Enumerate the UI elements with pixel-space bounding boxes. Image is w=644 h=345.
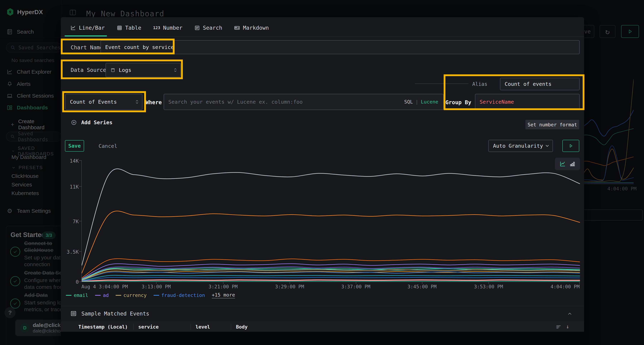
alias-label: Alias xyxy=(472,81,487,87)
y-tick-label: 7K xyxy=(62,219,79,225)
sample-events-title: Sample Matched Events xyxy=(82,311,149,317)
tab-label: Number xyxy=(163,25,182,31)
x-tick-label: 3:53:00 PM xyxy=(474,284,503,289)
y-tick-label: 14K xyxy=(62,158,79,164)
legend-swatch xyxy=(154,295,159,296)
tab-label: Search xyxy=(203,25,222,31)
chart-type-tabs: Line/Bar Table 123 Number Search xyxy=(70,25,269,31)
number-123-icon: 123 xyxy=(153,25,160,30)
data-source-select[interactable]: Logs xyxy=(106,63,181,77)
sample-events-header[interactable]: Sample Matched Events xyxy=(70,310,149,317)
page-root: HyperDX Search Saved Searches No saved s… xyxy=(0,0,644,345)
play-icon xyxy=(568,143,574,149)
legend-label: fraud-detection xyxy=(161,293,205,298)
markdown-icon xyxy=(234,25,240,31)
main-chart-lines xyxy=(82,160,580,282)
chevron-up-icon xyxy=(567,311,572,317)
column-header-service: service xyxy=(138,324,159,330)
chevron-down-icon xyxy=(545,143,550,148)
where-input-wrap: SQL | Lucene xyxy=(164,94,444,110)
legend-swatch xyxy=(66,295,72,296)
column-header-level: level xyxy=(196,324,210,330)
lucene-toggle[interactable]: Lucene xyxy=(421,99,438,105)
chart-name-input[interactable] xyxy=(100,40,580,54)
tab-search[interactable]: Search xyxy=(194,25,222,31)
y-tick-label: 11K xyxy=(62,184,79,190)
data-source-value: Logs xyxy=(119,67,131,73)
chart-legend: email ad currency fraud-detection +15 mo… xyxy=(66,292,235,298)
collapse-section-button[interactable] xyxy=(567,311,572,317)
legend-item-fraud-detection[interactable]: fraud-detection xyxy=(154,293,205,298)
y-tick-label: 3.5K xyxy=(62,249,79,255)
download-icon[interactable]: ↓ xyxy=(566,323,569,330)
bar-chart-toggle-icon[interactable] xyxy=(570,161,576,167)
tab-label: Markdown xyxy=(243,25,269,31)
toggle-divider: | xyxy=(416,99,418,105)
query-language-toggle: SQL | Lucene xyxy=(404,99,438,105)
legend-label: currency xyxy=(124,293,147,298)
main-chart-plot xyxy=(82,160,580,282)
tab-table[interactable]: Table xyxy=(117,25,141,31)
legend-item-ad[interactable]: ad xyxy=(95,293,109,298)
group-by-input[interactable]: ServiceName xyxy=(475,94,580,110)
legend-swatch xyxy=(116,295,121,296)
where-search-input[interactable] xyxy=(164,94,444,110)
column-header-body: Body xyxy=(236,324,248,330)
aggregation-value: Count of Events xyxy=(70,99,117,105)
edit-chart-modal: Line/Bar Table 123 Number Search xyxy=(61,17,584,345)
y-tick-label: 0 xyxy=(62,279,79,285)
set-number-format-button[interactable]: Set number format xyxy=(526,120,579,129)
legend-item-email[interactable]: email xyxy=(66,293,88,298)
set-number-format-label: Set number format xyxy=(528,122,577,127)
x-tick-label: Aug 4 3:04:00 PM xyxy=(82,284,128,289)
search-doc-icon xyxy=(194,25,200,31)
x-tick-label: 3:29:00 PM xyxy=(275,284,304,289)
legend-swatch xyxy=(95,295,101,296)
events-table-body xyxy=(61,332,584,345)
database-icon xyxy=(110,67,116,73)
aggregation-select[interactable]: Count of Events xyxy=(65,94,142,110)
save-label: Save xyxy=(68,143,81,149)
legend-label: ad xyxy=(103,293,109,298)
tabs-bottom-border xyxy=(61,36,584,37)
x-tick-label: 3:45:00 PM xyxy=(408,284,437,289)
select-chevrons-icon xyxy=(173,67,178,73)
alias-value: Count of events xyxy=(505,81,552,87)
legend-show-more-link[interactable]: +15 more xyxy=(212,292,235,298)
table-icon xyxy=(117,25,122,31)
cancel-button[interactable]: Cancel xyxy=(98,143,117,149)
run-query-button[interactable] xyxy=(562,140,579,152)
legend-item-currency[interactable]: currency xyxy=(116,293,147,298)
tab-line-bar[interactable]: Line/Bar xyxy=(70,25,105,31)
chart-display-toggle xyxy=(555,158,580,170)
granularity-select[interactable]: Auto Granularity xyxy=(488,140,553,152)
alias-input[interactable]: Count of events xyxy=(500,78,580,90)
events-table-header: Timestamp (Local) service level Body ↓ xyxy=(61,322,584,332)
column-settings-icon[interactable] xyxy=(556,324,561,330)
event-list-icon xyxy=(70,310,77,317)
chart-name-label: Chart Name xyxy=(71,44,103,50)
line-chart-icon xyxy=(70,25,76,31)
select-chevrons-icon xyxy=(135,99,139,105)
column-header-timestamp: Timestamp (Local) xyxy=(78,324,128,330)
tab-label: Line/Bar xyxy=(79,25,105,31)
group-by-value: ServiceName xyxy=(480,99,514,105)
x-tick-label: 4:04:00 PM xyxy=(550,284,580,289)
tab-number[interactable]: 123 Number xyxy=(153,25,182,31)
plus-circle-icon xyxy=(71,119,77,125)
where-label: Where xyxy=(146,99,162,105)
legend-label: email xyxy=(74,293,88,298)
granularity-value: Auto Granularity xyxy=(493,143,543,149)
save-button[interactable]: Save xyxy=(65,140,84,152)
x-tick-label: 3:21:00 PM xyxy=(208,284,238,289)
x-tick-label: 3:13:00 PM xyxy=(142,284,171,289)
data-source-label: Data Source xyxy=(71,67,106,73)
tab-label: Table xyxy=(125,25,141,31)
add-series-button[interactable]: Add Series xyxy=(71,119,112,125)
section-divider xyxy=(61,306,584,306)
x-tick-label: 3:37:00 PM xyxy=(341,284,370,289)
line-chart-toggle-icon[interactable] xyxy=(560,161,566,167)
alias-connector-line xyxy=(415,83,468,84)
tab-markdown[interactable]: Markdown xyxy=(234,25,269,31)
sql-toggle[interactable]: SQL xyxy=(404,99,413,105)
